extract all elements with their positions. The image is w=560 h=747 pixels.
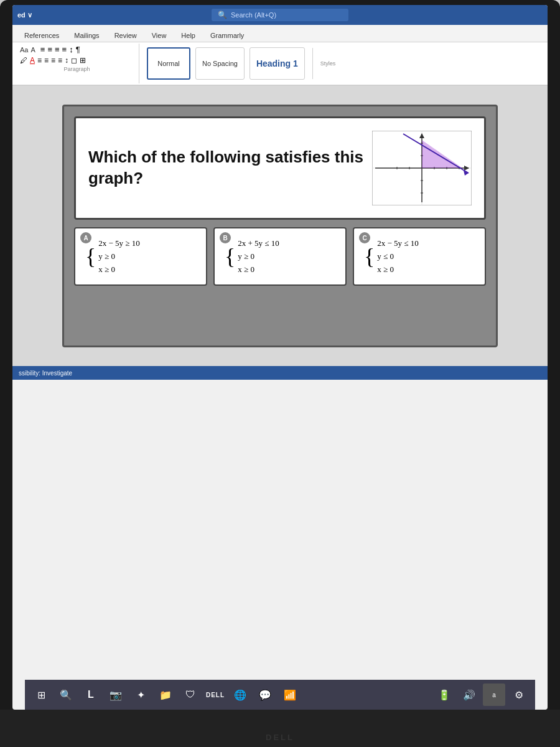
title-bar: ed ∨ 🔍 Search (Alt+Q) <box>12 5 548 25</box>
screen-area: ed ∨ 🔍 Search (Alt+Q) References Mailing… <box>12 5 548 710</box>
highlight-icon[interactable]: 🖊 <box>20 56 27 65</box>
status-bar: ssibility: Investigate <box>12 366 548 380</box>
document-area: Which of the following satisfies this gr… <box>12 86 548 366</box>
title-text: ed ∨ <box>17 11 32 19</box>
bottom-bezel: DELL <box>0 710 560 747</box>
pilcrow-icon[interactable]: ¶ <box>76 45 80 54</box>
math-c-line2: y ≤ 0 <box>377 250 418 263</box>
taskbar-btn-wifi[interactable]: 📶 <box>279 684 301 706</box>
answer-label-c: C <box>359 232 370 243</box>
search-bar[interactable]: 🔍 Search (Alt+Q) <box>212 9 348 21</box>
tab-grammarly[interactable]: Grammarly <box>203 29 251 42</box>
styles-section: Normal No Spacing Heading 1 Styles <box>139 44 545 83</box>
style-heading1-btn[interactable]: Heading 1 <box>250 47 305 80</box>
taskbar: ⊞ 🔍 L 📷 ✦ 📁 🛡 DELL 🌐 💬 📶 🔋 🔊 a ⚙ <box>25 680 535 710</box>
outdent-icon[interactable]: ≡ <box>55 45 60 54</box>
search-taskbar-button[interactable]: 🔍 <box>55 684 77 706</box>
taskbar-btn-chat[interactable]: 💬 <box>254 684 276 706</box>
math-b-line3: x ≥ 0 <box>238 263 279 276</box>
laptop-frame: ed ∨ 🔍 Search (Alt+Q) References Mailing… <box>0 0 560 747</box>
math-system-b: { 2x + 5y ≤ 10 y ≥ 0 x ≥ 0 <box>225 237 335 276</box>
brace-c: { <box>364 245 375 268</box>
math-b-line1: 2x + 5y ≤ 10 <box>238 237 279 250</box>
ribbon-tabs: References Mailings Review View Help Gra… <box>12 25 548 42</box>
math-a-line2: y ≥ 0 <box>98 250 139 263</box>
style-no-spacing-btn[interactable]: No Spacing <box>195 47 245 80</box>
taskbar-btn-dell[interactable]: DELL <box>204 684 226 706</box>
taskbar-translate[interactable]: a <box>483 684 505 706</box>
justify-icon[interactable]: ≡ <box>58 56 62 65</box>
answer-option-b[interactable]: B { 2x + 5y ≤ 10 y ≥ 0 x ≥ 0 <box>213 227 347 286</box>
question-text: Which of the following satisfies this gr… <box>88 147 372 189</box>
start-button[interactable]: ⊞ <box>30 684 52 706</box>
list-icon[interactable]: ≡ <box>40 45 45 54</box>
brace-a: { <box>85 245 96 268</box>
question-box: Which of the following satisfies this gr… <box>74 116 486 220</box>
align-icon[interactable]: ≡ <box>62 45 67 54</box>
math-lines-b: 2x + 5y ≤ 10 y ≥ 0 x ≥ 0 <box>238 237 279 276</box>
line-spacing-icon[interactable]: ↕ <box>65 56 68 65</box>
taskbar-extra[interactable]: ⚙ <box>508 684 530 706</box>
taskbar-btn-l[interactable]: L <box>80 684 102 706</box>
font-section: Aa A ≡ ≡ ≡ ≡ ↕ ¶ 🖊 A ≡ ≡ ≡ ≡ ↕ <box>15 44 139 83</box>
tab-mailings[interactable]: Mailings <box>67 29 106 42</box>
dell-logo: DELL <box>266 733 294 742</box>
align-right-icon[interactable]: ≡ <box>51 56 55 65</box>
search-label[interactable]: Search (Alt+Q) <box>231 11 276 19</box>
taskbar-btn-camera[interactable]: 📷 <box>105 684 127 706</box>
math-b-line2: y ≥ 0 <box>238 250 279 263</box>
style-heading1-label: Heading 1 <box>256 59 298 68</box>
taskbar-sound[interactable]: 🔊 <box>458 684 480 706</box>
math-a-line1: 2x − 5y ≥ 10 <box>98 237 139 250</box>
math-lines-c: 2x − 5y ≤ 10 y ≤ 0 x ≥ 0 <box>377 237 418 276</box>
tab-view[interactable]: View <box>145 29 174 42</box>
answer-options: A { 2x − 5y ≥ 10 y ≥ 0 x ≥ 0 B <box>74 227 486 286</box>
shading-icon[interactable]: ◻ <box>71 56 77 65</box>
answer-option-c[interactable]: C { 2x − 5y ≤ 10 y ≤ 0 x ≥ 0 <box>353 227 486 286</box>
style-normal-label: Normal <box>157 60 179 67</box>
taskbar-btn-folder[interactable]: 📁 <box>154 684 177 706</box>
font-name-label: Aa <box>20 46 28 54</box>
status-text: ssibility: Investigate <box>19 370 72 377</box>
tab-review[interactable]: Review <box>108 29 144 42</box>
align-center-icon[interactable]: ≡ <box>44 56 49 65</box>
styles-group-label: Styles <box>320 60 336 67</box>
answer-label-a: A <box>80 232 91 243</box>
paragraph-label: Paragraph <box>20 65 134 72</box>
math-lines-a: 2x − 5y ≥ 10 y ≥ 0 x ≥ 0 <box>98 237 139 276</box>
font-size-label: A <box>30 46 35 54</box>
style-normal-btn[interactable]: Normal <box>147 47 190 80</box>
taskbar-battery[interactable]: 🔋 <box>433 684 455 706</box>
toolbar-row: Aa A ≡ ≡ ≡ ≡ ↕ ¶ 🖊 A ≡ ≡ ≡ ≡ ↕ <box>12 42 548 86</box>
taskbar-btn-edge[interactable]: 🌐 <box>229 684 251 706</box>
taskbar-btn-star[interactable]: ✦ <box>129 684 152 706</box>
answer-label-b: B <box>220 232 231 243</box>
taskbar-right: 🔋 🔊 a ⚙ <box>433 684 530 706</box>
answer-option-a[interactable]: A { 2x − 5y ≥ 10 y ≥ 0 x ≥ 0 <box>74 227 207 286</box>
border-icon[interactable]: ⊞ <box>80 56 86 65</box>
tab-help[interactable]: Help <box>174 29 202 42</box>
slide-container: Which of the following satisfies this gr… <box>62 105 498 347</box>
math-system-a: { 2x − 5y ≥ 10 y ≥ 0 x ≥ 0 <box>85 237 196 276</box>
taskbar-btn-shield[interactable]: 🛡 <box>179 684 202 706</box>
math-c-line1: 2x − 5y ≤ 10 <box>377 237 418 250</box>
brace-b: { <box>225 245 235 268</box>
style-no-spacing-label: No Spacing <box>202 60 238 67</box>
graph-svg <box>372 131 472 205</box>
graph-area <box>372 131 472 205</box>
underline-a-icon: A <box>30 56 35 65</box>
sort-icon[interactable]: ↕ <box>69 45 73 54</box>
math-system-c: { 2x − 5y ≤ 10 y ≤ 0 x ≥ 0 <box>364 237 475 276</box>
math-a-line3: x ≥ 0 <box>98 263 139 276</box>
math-c-line3: x ≥ 0 <box>377 263 418 276</box>
search-icon: 🔍 <box>218 11 227 19</box>
align-left-icon[interactable]: ≡ <box>37 56 42 65</box>
indent-icon[interactable]: ≡ <box>47 45 52 54</box>
tab-references[interactable]: References <box>17 29 66 42</box>
